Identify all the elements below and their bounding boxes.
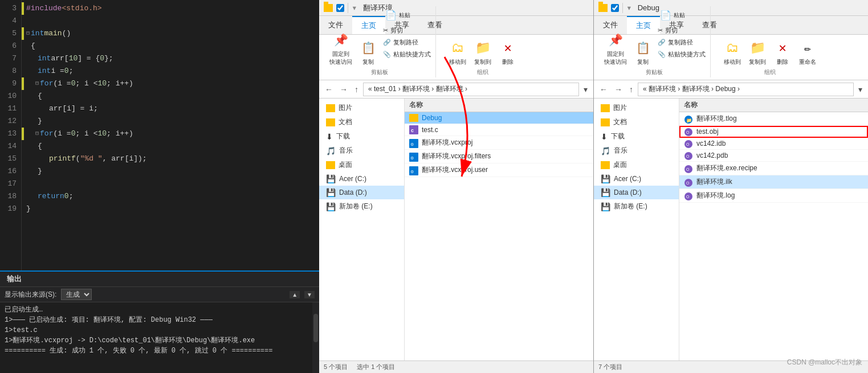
rename-button[interactable]: ✏ 重命名 <box>796 38 819 67</box>
file-item-debug[interactable]: Debug <box>405 112 593 124</box>
explorer2-file-list-area: 图片 文档 ⬇ 下载 🎵 音乐 <box>594 99 868 360</box>
copy-button[interactable]: 📋 复制 <box>357 38 380 67</box>
output-scroll-up[interactable]: ▲ <box>290 291 300 298</box>
pin-to-quickaccess-button2[interactable]: 📌 固定到快速访问 <box>602 30 629 67</box>
copy-icon: 📋 <box>634 39 652 57</box>
file2-vc142-idb[interactable]: O vc142.idb <box>679 138 868 150</box>
explorer1-folder-icon <box>324 4 333 12</box>
delete-button[interactable]: ✕ 删除 <box>496 38 519 67</box>
pin-icon: 📌 <box>606 31 625 49</box>
nav2-c-drive[interactable]: 💾 Acer (C:) <box>594 172 679 186</box>
pin-to-quickaccess-button[interactable]: 📌 固定到快速访问 <box>327 30 354 67</box>
file2-recipe[interactable]: O 翻译环境.exe.recipe <box>679 162 868 175</box>
move-to-button[interactable]: 🗂 移动到 <box>446 38 469 67</box>
explorer1-status-bar: 5 个项目 选中 1 个项目 <box>319 360 593 373</box>
delete-button2[interactable]: ✕ 删除 <box>771 38 794 67</box>
nav2-e-drive[interactable]: 💾 新加卷 (E:) <box>594 199 679 214</box>
obj-icon: O <box>684 165 693 173</box>
item-count2: 7 个项目 <box>598 363 622 371</box>
paste-shortcut-button[interactable]: 📎 粘贴快捷方式 <box>382 50 432 59</box>
back-button[interactable]: ← <box>323 84 335 95</box>
copy-to-button[interactable]: 📁 复制到 <box>471 38 494 67</box>
paste-button2[interactable]: 📄 粘贴 <box>657 7 707 23</box>
copy-path-button[interactable]: 🔗 复制路径 <box>382 38 432 47</box>
file2-test-obj[interactable]: O test.obj <box>679 126 868 138</box>
output-header: 输出 <box>0 272 319 287</box>
output-scroll-down[interactable]: ▼ <box>304 291 315 298</box>
nav-music[interactable]: 🎵 音乐 <box>319 144 404 158</box>
file2-ilk[interactable]: O 翻译环境.ilk <box>679 175 868 189</box>
output-line: 已启动生成… <box>5 305 308 315</box>
obj-icon: O <box>684 178 693 186</box>
move-to-button2[interactable]: 🗂 移动到 <box>721 38 744 67</box>
address-input[interactable] <box>363 83 579 96</box>
svg-text:O: O <box>686 181 690 185</box>
forward-button2[interactable]: → <box>612 84 625 95</box>
cut-button[interactable]: ✂ 剪切 <box>382 26 432 35</box>
file-name: 翻译环境.vcxproj.user <box>422 165 488 175</box>
nav2-d-drive[interactable]: 💾 Data (D:) <box>594 186 679 199</box>
forward-button[interactable]: → <box>337 84 350 95</box>
obj-icon: O <box>684 151 693 159</box>
obj-icon: O <box>684 192 693 200</box>
nav-d-drive[interactable]: 💾 Data (D:) <box>319 186 404 199</box>
paste-shortcut-icon: 📎 <box>383 51 391 58</box>
paste-button[interactable]: 📄 粘贴 <box>382 7 432 23</box>
folder-icon <box>601 161 610 169</box>
folder-icon <box>409 114 418 122</box>
nav-pictures[interactable]: 图片 <box>319 101 404 115</box>
explorer1-file-content[interactable]: 名称 Debug c test.c ⚙ <box>405 99 593 360</box>
address-input2[interactable] <box>638 83 854 96</box>
paste-icon: 📄 <box>384 9 398 22</box>
nav-downloads[interactable]: ⬇ 下载 <box>319 129 404 144</box>
obj-icon: O <box>684 128 693 136</box>
file2-vc142-pdb[interactable]: O vc142.pdb <box>679 150 868 162</box>
line-numbers: 3 4 5 6 7 8 9 10 11 12 13 14 15 16 17 18 <box>0 0 22 270</box>
move-icon: 🗂 <box>449 39 467 57</box>
copy-path-icon: 🔗 <box>383 39 391 46</box>
back-button2[interactable]: ← <box>597 84 610 95</box>
file-item-vcxproj-filters[interactable]: ⚙ 翻译环境.vcxproj.filters <box>405 150 593 163</box>
copy-path-icon: 🔗 <box>658 39 666 46</box>
nav-e-drive[interactable]: 💾 新加卷 (E:) <box>319 199 404 214</box>
output-content[interactable]: 已启动生成… 1>——— 已启动生成: 项目: 翻译环境, 配置: Debug … <box>0 302 312 373</box>
pin-icon: 📌 <box>332 31 350 49</box>
copy-button2[interactable]: 📋 复制 <box>631 38 654 67</box>
paste-shortcut-button2[interactable]: 📎 粘贴快捷方式 <box>657 50 707 59</box>
nav2-pictures[interactable]: 图片 <box>594 101 679 115</box>
up-button2[interactable]: ↑ <box>627 84 635 95</box>
file-list-header2: 名称 <box>679 99 868 112</box>
delete-icon: ✕ <box>499 39 517 57</box>
nav2-documents[interactable]: 文档 <box>594 115 679 129</box>
c-file-icon: c <box>409 126 418 134</box>
nav2-music[interactable]: 🎵 音乐 <box>594 144 679 158</box>
explorer2-address-bar: ← → ↑ ▾ <box>594 80 868 99</box>
address-expand-button2[interactable]: ▾ <box>856 84 865 95</box>
nav2-downloads[interactable]: ⬇ 下载 <box>594 129 679 144</box>
nav-desktop[interactable]: 桌面 <box>319 158 404 172</box>
file2-log[interactable]: O 翻译环境.log <box>679 189 868 203</box>
nav-documents[interactable]: 文档 <box>319 115 404 129</box>
output-source-select[interactable]: 生成 <box>61 289 92 300</box>
copy-to-button2[interactable]: 📁 复制到 <box>746 38 769 67</box>
explorer1-file-list-area: 图片 文档 ⬇ 下载 🎵 音乐 <box>319 99 593 360</box>
file-name: test.c <box>422 126 438 134</box>
download-icon: ⬇ <box>601 132 608 141</box>
address-expand-button[interactable]: ▾ <box>581 84 590 95</box>
vcxproj-icon: ⚙ <box>409 139 418 147</box>
explorer2-folder-icon <box>598 4 608 12</box>
file2-tlog[interactable]: 📁 翻译环境.tlog <box>679 112 868 126</box>
file-item-vcxproj[interactable]: ⚙ 翻译环境.vcxproj <box>405 136 593 150</box>
up-button[interactable]: ↑ <box>352 84 361 95</box>
file-item-test-c[interactable]: c test.c <box>405 124 593 136</box>
download-icon: ⬇ <box>326 132 333 141</box>
copy-path-button2[interactable]: 🔗 复制路径 <box>657 38 707 47</box>
nav2-desktop[interactable]: 桌面 <box>594 158 679 172</box>
cut-button2[interactable]: ✂ 剪切 <box>657 26 707 35</box>
file-item-vcxproj-user[interactable]: ⚙ 翻译环境.vcxproj.user <box>405 163 593 177</box>
scissors-icon: ✂ <box>383 27 388 34</box>
svg-text:O: O <box>686 167 690 171</box>
explorer2-file-content[interactable]: 名称 📁 翻译环境.tlog O test.obj <box>679 99 868 360</box>
nav-c-drive[interactable]: 💾 Acer (C:) <box>319 172 404 186</box>
item-count: 5 个项目 <box>324 363 348 371</box>
